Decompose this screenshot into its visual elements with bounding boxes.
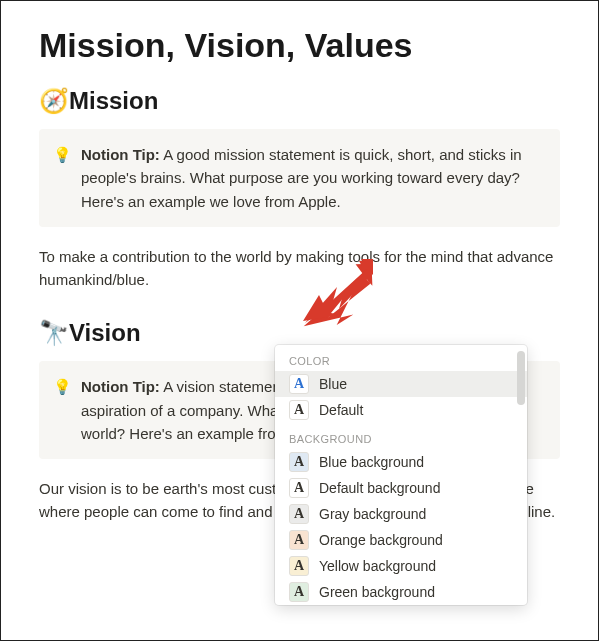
swatch-icon: A bbox=[289, 530, 309, 550]
swatch-icon: A bbox=[289, 504, 309, 524]
bulb-icon: 💡 bbox=[53, 375, 81, 445]
background-option-orange-background[interactable]: AOrange background bbox=[275, 527, 527, 553]
vision-heading-text: Vision bbox=[69, 319, 141, 347]
option-label: Orange background bbox=[319, 532, 443, 548]
background-option-yellow-background[interactable]: AYellow background bbox=[275, 553, 527, 579]
popup-section-bg-label: BACKGROUND bbox=[275, 429, 527, 449]
option-label: Gray background bbox=[319, 506, 426, 522]
option-label: Blue background bbox=[319, 454, 424, 470]
mission-heading[interactable]: 🧭 Mission bbox=[39, 87, 560, 115]
option-label: Yellow background bbox=[319, 558, 436, 574]
mission-tip-callout[interactable]: 💡 Notion Tip: A good mission statement i… bbox=[39, 129, 560, 227]
background-option-blue-background[interactable]: ABlue background bbox=[275, 449, 527, 475]
mission-tip-body: Notion Tip: A good mission statement is … bbox=[81, 143, 540, 213]
swatch-icon: A bbox=[289, 374, 309, 394]
background-option-gray-background[interactable]: AGray background bbox=[275, 501, 527, 527]
color-picker-popup: COLOR ABlueADefault BACKGROUND ABlue bac… bbox=[275, 345, 527, 605]
color-option-default[interactable]: ADefault bbox=[275, 397, 527, 423]
popup-section-color-label: COLOR bbox=[275, 351, 527, 371]
option-label: Default background bbox=[319, 480, 440, 496]
popup-scrollbar[interactable] bbox=[517, 351, 525, 405]
mission-heading-text: Mission bbox=[69, 87, 158, 115]
vision-tip-label: Notion Tip: bbox=[81, 378, 160, 395]
vision-heading[interactable]: 🔭 Vision bbox=[39, 319, 560, 347]
option-label: Green background bbox=[319, 584, 435, 600]
telescope-icon: 🔭 bbox=[39, 319, 69, 347]
swatch-icon: A bbox=[289, 478, 309, 498]
page-title: Mission, Vision, Values bbox=[39, 26, 560, 65]
background-option-default-background[interactable]: ADefault background bbox=[275, 475, 527, 501]
swatch-icon: A bbox=[289, 452, 309, 472]
bulb-icon: 💡 bbox=[53, 143, 81, 213]
mission-body[interactable]: To make a contribution to the world by m… bbox=[39, 245, 560, 292]
option-label: Default bbox=[319, 402, 363, 418]
swatch-icon: A bbox=[289, 582, 309, 602]
background-option-green-background[interactable]: AGreen background bbox=[275, 579, 527, 605]
option-label: Blue bbox=[319, 376, 347, 392]
color-option-blue[interactable]: ABlue bbox=[275, 371, 527, 397]
mission-tip-label: Notion Tip: bbox=[81, 146, 160, 163]
swatch-icon: A bbox=[289, 556, 309, 576]
swatch-icon: A bbox=[289, 400, 309, 420]
compass-icon: 🧭 bbox=[39, 87, 69, 115]
